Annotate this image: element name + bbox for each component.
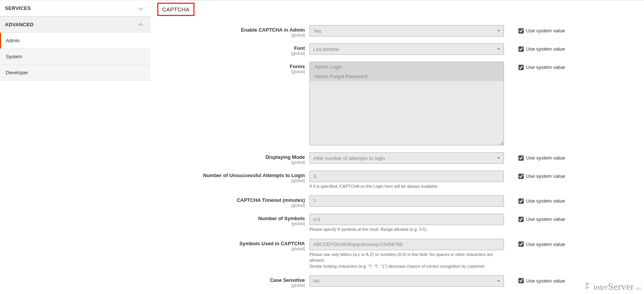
sidebar-item-developer[interactable]: Developer [0,65,150,81]
sysval-label[interactable]: Use system value [526,198,565,204]
field-enable-captcha: Enable CAPTCHA in Admin [global] Yes Use… [157,25,636,37]
forms-option[interactable]: Admin Login [310,62,504,72]
sysval-checkbox[interactable] [518,278,524,283]
field-forms: Forms [global] Admin Login Admin Forgot … [157,62,636,145]
sysval-label[interactable]: Use system value [526,216,565,222]
sysval-label[interactable]: Use system value [526,155,565,161]
sysval-label[interactable]: Use system value [526,241,565,247]
field-label: Number of Unsuccessful Attempts to Login [203,173,305,178]
field-label: Case Sensitive [270,277,305,283]
select-value: No [309,275,504,287]
field-scope: [global] [157,33,305,37]
sysval-checkbox[interactable] [518,241,524,247]
sysval-checkbox[interactable] [518,217,524,222]
sidebar-item-label: Admin [6,38,20,43]
sidebar: SERVICES ADVANCED Admin System Developer [0,0,150,294]
field-label: Displaying Mode [266,154,305,160]
enable-captcha-select[interactable]: Yes [309,25,504,37]
sysval-checkbox[interactable] [518,46,524,52]
field-label: CAPTCHA Timeout (minutes) [237,197,305,203]
sidebar-item-system[interactable]: System [0,49,150,65]
sysval-checkbox[interactable] [518,174,524,179]
field-scope: [global] [157,203,305,208]
sidebar-section-label: ADVANCED [5,22,33,27]
sysval-checkbox[interactable] [518,28,524,34]
field-scope: [global] [157,283,305,288]
field-scope: [global] [157,69,305,74]
field-label: Symbols Used in CAPTCHA [239,241,305,246]
select-value: Yes [309,25,504,37]
field-scope: [global] [157,178,305,183]
field-symbols: Symbols Used in CAPTCHA [global] Please … [157,239,636,269]
sysval-label[interactable]: Use system value [526,278,565,284]
sysval-label[interactable]: Use system value [526,64,565,70]
sysval-checkbox[interactable] [518,155,524,161]
field-attempts: Number of Unsuccessful Attempts to Login… [157,171,636,189]
sidebar-items: Admin System Developer [0,33,150,81]
chevron-up-icon [139,22,143,27]
symbol-count-input[interactable] [309,214,504,225]
displaying-mode-select[interactable]: After number of attempts to login [309,152,504,164]
chevron-down-icon [139,6,143,11]
select-value: After number of attempts to login [309,152,504,164]
field-label: Font [294,45,305,51]
select-value: LinLibertine [309,43,504,55]
case-sensitive-select[interactable]: No [309,275,504,287]
resize-handle-icon[interactable] [499,140,503,145]
section-title-captcha: CAPTCHA [157,3,194,16]
font-select[interactable]: LinLibertine [309,43,504,55]
sidebar-section-advanced[interactable]: ADVANCED [0,16,150,33]
field-note: If 0 is specified, CAPTCHA on the Login … [309,184,504,189]
field-label: Forms [290,64,305,69]
sidebar-section-label: SERVICES [5,5,31,11]
sysval-checkbox[interactable] [518,65,524,70]
main-content: CAPTCHA Enable CAPTCHA in Admin [global]… [150,0,644,294]
field-note: Please use only letters (a-z or A-Z) or … [309,252,504,269]
field-label: Enable CAPTCHA in Admin [241,27,305,33]
sidebar-item-label: Developer [6,70,28,75]
field-note: Please specify 8 symbols at the most. Ra… [309,227,504,232]
attempts-input[interactable] [309,171,504,182]
field-timeout: CAPTCHA Timeout (minutes) [global] Use s… [157,195,636,208]
field-displaying-mode: Displaying Mode [global] After number of… [157,152,636,165]
symbols-input[interactable] [309,239,504,250]
sidebar-item-admin[interactable]: Admin [0,33,150,49]
timeout-input[interactable] [309,195,504,207]
forms-option[interactable]: Admin Forgot Password [310,72,504,81]
field-symbol-count: Number of Symbols [global] Please specif… [157,214,636,232]
field-scope: [global] [157,221,305,226]
field-scope: [global] [157,246,305,251]
sidebar-section-services[interactable]: SERVICES [0,0,150,16]
sysval-label[interactable]: Use system value [526,46,565,52]
forms-listbox[interactable]: Admin Login Admin Forgot Password [309,62,504,145]
sidebar-item-label: System [6,54,22,59]
field-case-sensitive: Case Sensitive [global] No Use system va… [157,275,636,288]
sysval-checkbox[interactable] [518,198,524,204]
sysval-label[interactable]: Use system value [526,173,565,179]
field-font: Font [global] LinLibertine Use system va… [157,43,636,56]
field-scope: [global] [157,51,305,56]
sysval-label[interactable]: Use system value [526,28,565,34]
field-scope: [global] [157,160,305,165]
field-label: Number of Symbols [258,216,305,221]
